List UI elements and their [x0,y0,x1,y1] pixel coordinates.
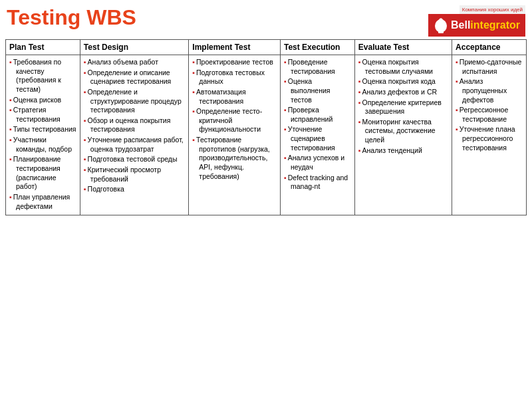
bullet-item: Анализ тенденций [358,146,448,156]
bullet-item: Проверка исправлений [284,106,351,124]
bullet-item: Стратегия тестирования [9,106,76,124]
bullet-item: Анализ пропущенных дефектов [456,77,523,104]
cell-evaluate-test: Оценка покрытия тестовыми случаями Оценк… [354,55,452,215]
bullet-item: Уточнение сценариев тестирования [284,125,351,152]
wbs-table-wrapper: Plan Test Test Design Implement Test Tes… [0,39,532,215]
bullet-item: Анализ дефектов и CR [358,88,448,97]
bullet-item: Регрессионное тестирование [456,106,523,124]
table-row: Требования по качеству (требования к тес… [6,55,527,215]
bullet-item: Оценка выполнения тестов [284,77,351,104]
bullet-item: Оценка покрытия кода [358,77,448,86]
logo-tagline: Компания хороших идей [460,5,525,14]
bullet-item: Уточнение расписания работ, оценка трудо… [84,136,185,154]
bullet-item: Определение критериев завершения [358,98,448,116]
bell-icon [434,17,448,34]
bullet-item: Подготовка тестовой среды [84,155,185,164]
cell-test-execution: Проведение тестирования Оценка выполнени… [280,55,354,215]
bullet-item: Приемо-сдаточные испытания [456,58,523,76]
bullet-item: Тестирование прототипов (нагрузка, произ… [192,136,277,181]
bullet-item: Мониторинг качества системы, достижение … [358,118,448,145]
cell-test-design: Анализ объема работ Определение и описан… [80,55,188,215]
cell-plan-test: Требования по качеству (требования к тес… [6,55,80,215]
bullet-item: Определение тесто-критичной функциональн… [192,107,277,134]
col-header-evaluate-test: Evaluate Test [354,40,452,55]
cell-implement-test: Проектирование тестов Подготовка тестовы… [189,55,281,215]
page-title: Testing WBS [7,5,136,30]
bullet-item: Типы тестирования [9,125,76,134]
col-header-test-design: Test Design [80,40,188,55]
company-logo: Компания хороших идей Bellintegrator [428,5,525,37]
bullet-item: Определение и описание сценариев тестиро… [84,68,185,86]
logo-brand: Bellintegrator [428,14,525,37]
bullet-item: Подготовка тестовых данных [192,68,277,86]
bullet-item: Анализ успехов и неудач [284,154,351,172]
bullet-item: Оценка рисков [9,96,76,105]
col-header-acceptance: Acceptance [452,40,527,55]
bullet-item: Проектирование тестов [192,58,277,67]
logo-brand-part: Bell [451,19,470,31]
cell-acceptance: Приемо-сдаточные испытания Анализ пропущ… [452,55,527,215]
bullet-item: Подготовка [84,185,185,194]
bullet-item: Критический просмотр требований [84,166,185,184]
table-header-row: Plan Test Test Design Implement Test Tes… [6,40,527,55]
bullet-item: Автоматизация тестирования [192,88,277,106]
bullet-item: Планирование тестирования (расписание ра… [9,155,76,192]
col-header-test-execution: Test Execution [280,40,354,55]
bullet-item: План управления дефектами [9,193,76,211]
bullet-item: Участники команды, подбор [9,136,76,154]
bullet-item: Проведение тестирования [284,58,351,76]
logo-highlight-part: integrator [470,19,520,31]
bullet-item: Defect tracking and manag-nt [284,174,351,192]
svg-rect-1 [438,31,444,33]
bullet-item: Оценка покрытия тестовыми случаями [358,58,448,76]
bullet-item: Анализ объема работ [84,58,185,67]
svg-point-0 [435,19,447,33]
bullet-item: Определение и структурирование процедур … [84,88,185,115]
page-header: Testing WBS Компания хороших идей Bellin… [0,0,532,39]
wbs-table: Plan Test Test Design Implement Test Tes… [5,39,527,215]
bullet-item: Требования по качеству (требования к тес… [9,58,76,94]
col-header-implement-test: Implement Test [189,40,281,55]
bullet-item: Уточнение плана регрессионного тестирова… [456,125,523,152]
logo-text: Bellintegrator [451,19,520,31]
bullet-item: Обзор и оценка покрытия тестирования [84,116,185,134]
col-header-plan-test: Plan Test [6,40,80,55]
